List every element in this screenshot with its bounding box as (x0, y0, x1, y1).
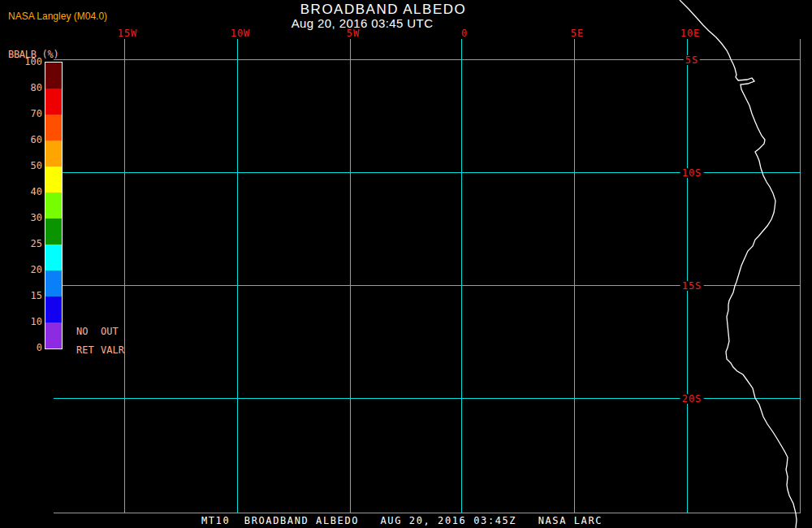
colorbar-tick: 80 (0, 83, 42, 93)
colorbar-tick: 40 (0, 187, 42, 197)
colorbar-segment (45, 115, 62, 141)
colorbar-segment (45, 89, 62, 115)
colorbar-tick: 15 (0, 291, 42, 301)
colorbar-segment (45, 193, 62, 219)
colorbar-segment (45, 167, 62, 193)
colorbar-tick: 70 (0, 109, 42, 119)
agency-label: NASA Langley (M04.0) (8, 11, 107, 22)
colorbar-segment (45, 219, 62, 245)
colorbar-tick: 30 (0, 213, 42, 223)
page-title: BROADBAND ALBEDO (300, 2, 466, 18)
viewport: NASA Langley (M04.0) BROADBAND ALBEDO Au… (0, 0, 812, 528)
legend-valr: VALR (101, 345, 124, 356)
colorbar-tick: 20 (0, 265, 42, 275)
timestamp-label: Aug 20, 2016 03:45 UTC (292, 16, 434, 30)
colorbar-tick: 10 (0, 317, 42, 327)
latitude-label: 5S (684, 55, 700, 65)
latitude-label: 10S (680, 168, 704, 178)
colorbar-segment (45, 141, 62, 167)
latitude-label: 15S (680, 281, 704, 291)
colorbar-segment (45, 322, 62, 348)
longitude-label: 10E (680, 28, 701, 38)
longitude-label: 5W (347, 28, 360, 38)
colorbar-tick: 50 (0, 161, 42, 171)
map-canvas (0, 0, 812, 528)
colorbar-tick: 0 (0, 343, 42, 353)
legend-out: OUT (101, 327, 124, 337)
colorbar-segment (45, 245, 62, 270)
longitude-label: 0 (461, 28, 468, 38)
colorbar-segment (45, 270, 62, 296)
longitude-label: 15W (118, 28, 138, 38)
footer-caption: MT10 BROADBAND ALBEDO AUG 20, 2016 03:45… (201, 515, 603, 526)
latitude-label: 20S (680, 394, 704, 404)
colorbar-tick: 100 (0, 57, 42, 67)
colorbar (45, 62, 63, 349)
legend-ret: RET (76, 345, 101, 356)
colorbar-segment (45, 63, 62, 89)
lat-lon-gridlines (54, 39, 800, 513)
legend-no: NO (76, 327, 101, 337)
colorbar-tick: 25 (0, 239, 42, 249)
longitude-label: 10W (231, 28, 251, 38)
colorbar-tick: 60 (0, 135, 42, 145)
longitude-label: 5E (571, 28, 584, 38)
retrieval-legend: NO OUT RET VALR (76, 327, 124, 356)
colorbar-segment (45, 296, 62, 322)
coastline (680, 0, 797, 528)
